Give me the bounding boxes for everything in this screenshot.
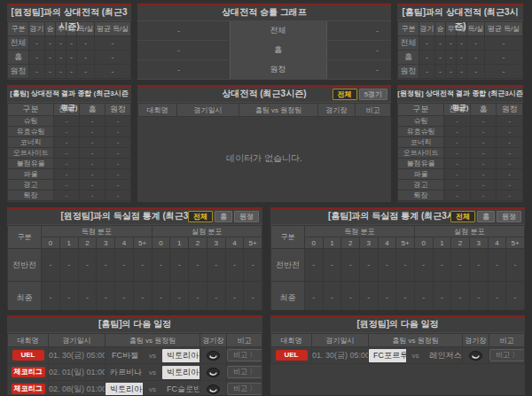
header-row: 대회명경기일시홈팀 vs 원정팀경기장비고 [138, 104, 391, 117]
stadium-icon [207, 368, 220, 377]
row-label: 전체 [8, 36, 29, 50]
note-button[interactable]: 비고 〉 [227, 349, 262, 361]
filter-tab[interactable]: 원정 [234, 211, 259, 222]
column-header: 득/실 [467, 22, 485, 36]
stat-value: - [469, 282, 488, 311]
filter-tabs: 전체홈원정 [188, 211, 259, 222]
row-label: 유효슈팅 [398, 127, 444, 137]
note-button[interactable]: 비고 〉 [227, 366, 262, 378]
stat-value: - [54, 148, 80, 159]
stadium-cell [200, 347, 227, 364]
table-row: 경고 - - - [8, 180, 131, 190]
stadium-icon [207, 384, 220, 394]
league-cell: UEL [271, 347, 312, 364]
table-row: 원정 - - - - - - [8, 65, 131, 79]
schedule-row: UEL 01. 30(금) 05:00 FC포르투 vs 레인저스FC [271, 347, 525, 364]
match-cell: FC포르투 vs 레인저스FC [369, 347, 463, 364]
stat-value: - [444, 159, 471, 169]
away-team-wrap: 레인저스FC [426, 349, 463, 362]
column-header: 원정 [497, 104, 523, 116]
bin-header: 2 [78, 237, 97, 249]
stat-value: - [244, 249, 262, 282]
stat-value: - [97, 282, 115, 311]
stat-value: - [29, 65, 45, 79]
stat-value: - [42, 249, 60, 282]
stat-value: - [341, 249, 360, 282]
filter-tab[interactable]: 원정 [497, 211, 521, 222]
table-row: 유효슈팅 - - - [8, 127, 131, 137]
row-label: 전반전 [271, 249, 305, 282]
row-label: 최종 [271, 282, 305, 311]
panel-title: [홈팀]과의 득실점 통계 (최근3시즌) [328, 211, 467, 221]
stat-value: - [225, 282, 244, 311]
stat-value: - [115, 282, 134, 311]
stat-value: - [470, 190, 497, 201]
stat-value: - [446, 36, 457, 50]
away-team-name: 빅토리아플젠 [162, 349, 200, 362]
table-row: 슈팅 - - - [398, 116, 523, 127]
filter-tab[interactable]: 전체 [450, 211, 475, 222]
filter-tab[interactable]: 전체 [188, 211, 213, 222]
table-row: 원정 - - - - - - [398, 65, 523, 79]
stat-value: - [305, 249, 324, 282]
bin-header: 0 [414, 237, 433, 249]
winrate-scope-label: 원정 [230, 60, 327, 79]
corner-header: 구분 [271, 226, 305, 249]
stat-value: - [80, 127, 106, 137]
stat-value: - [485, 36, 523, 50]
stat-value: - [435, 50, 446, 65]
bin-header: 5+ [244, 237, 262, 249]
home-team-wrap: FC바젤 [106, 349, 143, 362]
stat-value: - [446, 65, 457, 79]
panel-header: [원정팀]과의 득실점 통계 (최근3시즌) 전체홈원정 [7, 209, 262, 225]
row-label: 퇴장 [398, 190, 444, 201]
column-header: 구분 [398, 104, 444, 116]
stat-value: - [66, 50, 77, 65]
bin-header: 4 [115, 237, 134, 249]
column-header: 홈팀 vs 원정팀 [106, 334, 200, 347]
stat-value: - [444, 137, 471, 148]
stadium-cell [200, 381, 227, 396]
stat-value: - [497, 127, 523, 137]
stat-value: - [414, 282, 433, 311]
table-row: 최종 - - - - - - - - - - - - [8, 282, 262, 311]
stat-value: - [95, 36, 131, 50]
league-cell: UEL [8, 347, 49, 364]
stat-value: - [433, 282, 451, 311]
bin-header: 1 [433, 237, 451, 249]
stat-value: - [433, 249, 451, 282]
column-header: 경기 [419, 22, 435, 36]
row-label: 퇴장 [8, 190, 54, 201]
filter-tab[interactable]: 홈 [477, 211, 495, 222]
home-team-name: FC바젤 [107, 349, 143, 362]
schedule-table: 대회명경기일시홈팀 vs 원정팀경기장비고 UEL 01. 30(금) 05:0… [7, 333, 262, 395]
matchup: 빅토리아플젠 vs FC슬로반 [106, 383, 200, 396]
note-button[interactable]: 비고 〉 [489, 349, 525, 361]
bin-header: 0 [152, 237, 170, 249]
filter-tab[interactable]: 홈 [215, 211, 232, 222]
table-row: 코너킥 - - - [398, 137, 523, 148]
stat-value: - [56, 65, 66, 79]
stat-value: - [59, 249, 78, 282]
stat-value: - [457, 65, 467, 79]
panel-goal-dist-vs-awayteam: [원정팀]과의 득실점 통계 (최근3시즌) 전체홈원정 구분 득점 분포 실점… [7, 207, 262, 310]
stat-value: - [305, 282, 324, 311]
stat-value: - [396, 282, 415, 311]
vs-label: vs [143, 369, 162, 377]
stat-value: - [80, 190, 106, 201]
stat-value: - [378, 249, 396, 282]
stat-value: - [470, 169, 497, 180]
bin-header: 5+ [506, 237, 525, 249]
panel-title: [원정팀]과의 득실점 통계 (최근3시즌) [60, 211, 208, 221]
result-summary-table: 구분전체홈원정 슈팅 - - - 유효슈팅 - - - [7, 103, 131, 201]
filter-tab[interactable]: 5경기 [359, 89, 387, 100]
bin-header: 1 [59, 237, 78, 249]
stat-value: - [80, 180, 106, 190]
panel-title: 상대전적 승률 그래프 [137, 5, 391, 21]
table-row: 전체 - - - - - - [398, 36, 523, 50]
stat-value: - [469, 249, 488, 282]
bin-header: 4 [225, 237, 244, 249]
note-button[interactable]: 비고 〉 [227, 383, 262, 395]
filter-tab[interactable]: 전체 [332, 89, 357, 100]
bin-header: 2 [189, 237, 207, 249]
